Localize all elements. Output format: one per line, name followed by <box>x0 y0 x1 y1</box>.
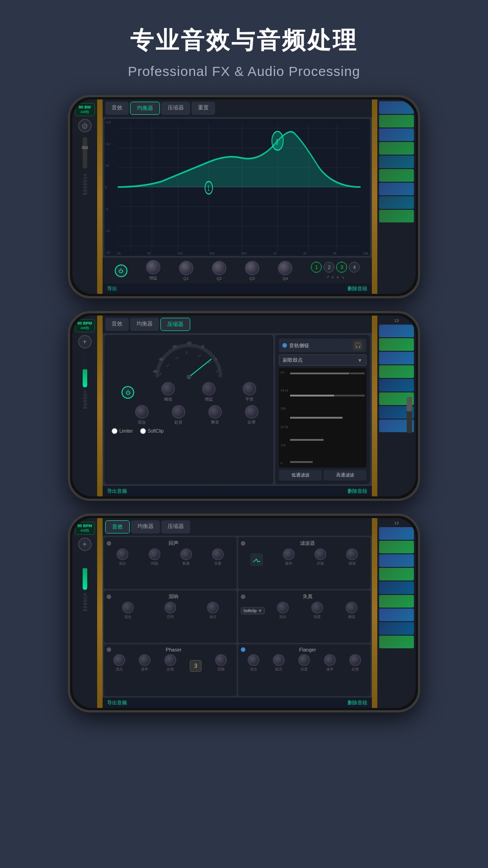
gain-knob[interactable] <box>146 260 160 274</box>
band-4-btn[interactable]: 4 <box>349 262 360 273</box>
delete-btn-2[interactable]: 删除音段 <box>347 488 367 495</box>
add-btn-3[interactable]: + <box>78 538 92 551</box>
tab-fx-3[interactable]: 音效 <box>105 520 130 533</box>
flanger-mix-knob[interactable] <box>248 654 259 666</box>
flanger-rate-knob[interactable] <box>324 654 336 666</box>
phaser-rate-knob[interactable] <box>139 654 150 666</box>
tab-reset[interactable]: 重置 <box>192 102 215 115</box>
comp-left-panel: -50 -30 -20 -10 -5 0 <box>104 335 273 484</box>
distortion-type-dropdown[interactable]: Softclip ▼ <box>241 607 265 614</box>
low-pass-btn[interactable]: 低通滤波 <box>279 470 322 481</box>
delete-btn-1[interactable]: 删除音段 <box>347 285 367 292</box>
q3-knob[interactable] <box>245 261 259 275</box>
echo-mix-knob[interactable] <box>117 548 128 560</box>
phone-3: 90 BPM 4/4拍 + -8-12-20-30-40-60 音效 均衡器 压… <box>0 514 488 712</box>
sidechain-select[interactable]: 副歌鼓点 ▼ <box>279 354 366 366</box>
softclip-radio[interactable] <box>140 428 146 434</box>
fx-reverb-block: 混响 混合 空间 <box>104 590 237 642</box>
reverb-filter-knob[interactable] <box>207 602 219 613</box>
svg-text:1: 1 <box>207 184 210 193</box>
svg-line-29 <box>198 355 201 357</box>
svg-text:3: 3 <box>276 137 278 146</box>
fx-main: 音效 均衡器 压缩器 回声 <box>103 518 372 708</box>
smooth-knob[interactable] <box>243 382 256 396</box>
reverb-mix-knob[interactable] <box>122 602 134 613</box>
echo-count-knob[interactable] <box>180 548 192 560</box>
fx-grid: 回声 混合 间隔 <box>103 536 372 698</box>
phaser-stages-display[interactable]: 3 <box>190 660 202 672</box>
svg-line-32 <box>189 359 211 377</box>
tab-eq-2[interactable]: 均衡器 <box>130 318 159 331</box>
headphone-icon[interactable]: 🎧 <box>353 340 363 350</box>
flanger-depth-knob[interactable] <box>298 654 310 666</box>
threshold-knob[interactable] <box>161 382 175 396</box>
gain-knob-group: 增益 <box>146 260 160 281</box>
tab-fx[interactable]: 音效 <box>105 102 129 115</box>
tab-comp-2[interactable]: 压缩器 <box>160 318 190 331</box>
filter-res-knob[interactable] <box>314 548 326 560</box>
title-en: Professional FX & Audio Processing <box>9 64 479 79</box>
dist-thresh-knob[interactable] <box>346 602 357 613</box>
power-knob[interactable]: ⏻ <box>115 264 127 277</box>
tab-bar-2: 音效 均衡器 压缩器 <box>103 316 372 333</box>
phaser-mix-knob[interactable] <box>113 654 125 666</box>
echo-interval-knob[interactable] <box>149 548 160 560</box>
volume-slider[interactable] <box>83 137 87 169</box>
track-panel-1 <box>377 99 416 294</box>
volume-meter-2 <box>83 351 87 387</box>
comp-power-btn[interactable]: ⏻ <box>122 386 134 399</box>
band-3-btn[interactable]: 3 <box>336 262 347 273</box>
title-cn: 专业音效与音频处理 <box>9 25 479 57</box>
export-btn-3[interactable]: 导出音频 <box>107 699 127 706</box>
vol-slider-3[interactable] <box>83 554 87 590</box>
dist-mix-knob[interactable] <box>277 602 289 613</box>
tab-fx-2[interactable]: 音效 <box>105 318 129 331</box>
high-pass-btn[interactable]: 高通滤波 <box>324 470 366 481</box>
tab-eq[interactable]: 均衡器 <box>130 102 160 115</box>
limiter-radio[interactable] <box>112 428 117 434</box>
tab-eq-3[interactable]: 均衡器 <box>131 520 160 533</box>
fx-flanger-block: Flanger 混合 延迟 <box>238 644 371 696</box>
power-button[interactable]: ⏻ <box>78 119 92 132</box>
flanger-feedback-knob[interactable] <box>349 654 361 666</box>
fx-distortion-block: 失真 Softclip ▼ 混合 <box>238 590 371 642</box>
echo-vol-knob[interactable] <box>212 548 224 560</box>
mix-knob[interactable] <box>135 405 149 419</box>
fx-filter-block: 滤波器 频率 <box>238 537 371 589</box>
svg-text:-50: -50 <box>153 370 157 373</box>
export-btn-1[interactable]: 导出 <box>107 285 117 292</box>
q2-knob[interactable] <box>212 261 226 275</box>
filter-shape-icon[interactable] <box>250 553 263 566</box>
release-knob[interactable] <box>208 405 222 419</box>
delete-btn-3[interactable]: 删除音段 <box>347 699 367 706</box>
filter-freq-knob[interactable] <box>283 548 295 560</box>
flanger-delay-knob[interactable] <box>273 654 285 666</box>
reverb-space-knob[interactable] <box>164 602 176 613</box>
phaser-feedback-knob[interactable] <box>164 654 176 666</box>
knob-row: ⏻ 增益 Q1 Q2 Q3 <box>103 258 372 283</box>
eq-graph: +18+12+60-6-12-18 <box>104 119 370 256</box>
filter-boost-knob[interactable] <box>346 548 358 560</box>
ratio-knob[interactable] <box>245 405 258 419</box>
band-2-btn[interactable]: 2 <box>324 262 334 273</box>
add-track-btn[interactable]: + <box>78 335 92 349</box>
gain-comp-knob[interactable] <box>202 382 216 396</box>
bottom-bar-3: 导出音频 删除音段 <box>103 698 372 708</box>
dist-intensity-knob[interactable] <box>311 602 323 613</box>
phaser-range-knob[interactable] <box>215 654 227 666</box>
band-1-btn[interactable]: 1 <box>311 262 322 273</box>
bpm-display: 90 BM 4/4拍 <box>75 103 95 116</box>
q4-knob[interactable] <box>278 261 292 275</box>
q1-knob[interactable] <box>179 261 193 275</box>
q3-knob-group: Q3 <box>245 261 259 281</box>
freq-visualizer: Hz 44.1k 33k 22.5k 11k 0 <box>279 368 366 467</box>
svg-line-31 <box>216 370 218 373</box>
export-btn-2[interactable]: 导出音频 <box>107 488 127 495</box>
attack-knob[interactable] <box>172 405 185 419</box>
svg-line-26 <box>166 364 169 367</box>
q2-knob-group: Q2 <box>212 261 226 281</box>
q1-knob-group: Q1 <box>179 261 193 281</box>
tab-comp[interactable]: 压缩器 <box>161 102 190 115</box>
tab-comp-3[interactable]: 压缩器 <box>161 520 190 533</box>
sidebar-2: 90 BPM 4/4拍 + -8-12-20-30-40-60 <box>72 316 97 496</box>
